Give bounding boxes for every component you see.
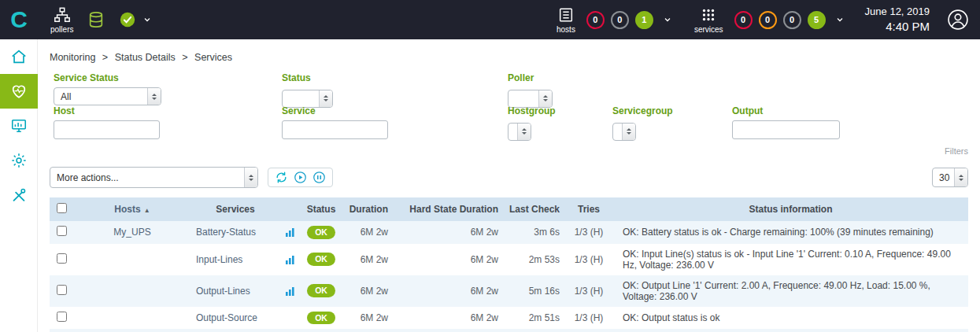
- host-input[interactable]: [54, 120, 160, 139]
- service-link[interactable]: Battery-Status: [191, 221, 279, 244]
- status-information-cell: OK: Input Line(s) status is ok - Input L…: [613, 244, 968, 275]
- centreon-logo-icon[interactable]: C: [0, 0, 38, 39]
- output-filter: Output: [732, 105, 840, 139]
- last-check-cell: 5m 16s: [503, 275, 564, 307]
- play-icon[interactable]: [294, 171, 307, 184]
- host-label: Host: [54, 105, 160, 116]
- services-unknown-counter[interactable]: 0: [783, 11, 801, 29]
- hosts-down-counter[interactable]: 0: [586, 11, 605, 29]
- hosts-up-counter[interactable]: 1: [635, 11, 653, 29]
- sidebar-item-reporting[interactable]: [0, 109, 38, 143]
- output-input[interactable]: [732, 120, 840, 139]
- col-status-information[interactable]: Status information: [613, 197, 968, 221]
- service-status-filter: Service Status All: [54, 72, 161, 105]
- services-menu[interactable]: services: [694, 6, 723, 34]
- chevron-down-icon[interactable]: [663, 15, 672, 24]
- hosts-unreachable-counter[interactable]: 0: [611, 11, 629, 29]
- col-status[interactable]: Status: [300, 197, 342, 221]
- host-filter: Host: [54, 105, 160, 139]
- servicegroup-select[interactable]: [612, 123, 636, 141]
- chevron-down-icon[interactable]: [142, 15, 152, 24]
- hosts-menu[interactable]: hosts: [557, 6, 575, 34]
- host-link: [73, 329, 191, 332]
- user-avatar-icon[interactable]: [947, 9, 969, 31]
- duration-cell: 6M 2w: [342, 307, 393, 330]
- more-actions-value: More actions...: [57, 172, 119, 183]
- breadcrumb-monitoring[interactable]: Monitoring: [50, 52, 95, 63]
- hard-state-duration-cell: 6M 2w: [393, 244, 503, 275]
- tries-cell: 1/3 (H): [564, 329, 613, 332]
- main-content: Monitoring > Status Details > Services S…: [38, 39, 980, 332]
- pollers-label: pollers: [50, 25, 73, 34]
- sidebar-item-administration[interactable]: [0, 178, 38, 212]
- breadcrumb-services[interactable]: Services: [194, 52, 232, 63]
- breadcrumb-status-details[interactable]: Status Details: [115, 52, 176, 63]
- service-link[interactable]: Output-Lines: [191, 275, 279, 307]
- col-hard-state-duration[interactable]: Hard State Duration: [393, 197, 503, 221]
- row-checkbox[interactable]: [57, 226, 67, 236]
- host-link: [73, 244, 191, 275]
- current-time: 4:40 PM: [865, 19, 930, 35]
- sort-asc-icon: ▲: [144, 207, 150, 214]
- service-filter: Service: [282, 105, 388, 139]
- status-information-cell: OK: Battery status is ok - Charge remain…: [613, 221, 968, 244]
- status-badge: OK: [307, 312, 335, 325]
- col-hosts[interactable]: Hosts▲: [73, 197, 191, 221]
- sidebar-item-configuration[interactable]: [0, 143, 38, 178]
- pollers-sitemap-icon: [54, 6, 71, 24]
- page-size-select[interactable]: 30: [932, 168, 968, 187]
- row-checkbox[interactable]: [57, 285, 67, 295]
- hosts-label: hosts: [557, 25, 575, 34]
- poller-ok-status[interactable]: [119, 11, 136, 28]
- chevron-down-icon[interactable]: [835, 15, 845, 24]
- database-icon: [87, 11, 105, 28]
- services-ok-counter[interactable]: 5: [808, 11, 826, 29]
- sidebar-item-home[interactable]: [0, 39, 38, 74]
- sidebar-item-monitoring[interactable]: [0, 74, 38, 109]
- service-link[interactable]: Output-Source: [191, 307, 279, 330]
- col-last-check[interactable]: Last Check: [503, 197, 564, 221]
- last-check-cell: 2m 51s: [503, 307, 564, 330]
- col-duration[interactable]: Duration: [342, 197, 393, 221]
- pause-icon[interactable]: [312, 171, 326, 184]
- filters-note: Filters: [945, 146, 968, 156]
- hostgroup-select[interactable]: [508, 123, 531, 141]
- services-warning-counter[interactable]: 0: [759, 11, 777, 29]
- select-stepper-icon: [319, 90, 332, 107]
- graph-icon[interactable]: [285, 255, 295, 265]
- database-status[interactable]: [87, 11, 105, 28]
- service-status-label: Service Status: [54, 72, 161, 83]
- service-link[interactable]: Input-Lines: [191, 244, 279, 275]
- hard-state-duration-cell: N/S: [393, 329, 503, 332]
- last-check-cell: 2m 53s: [503, 244, 564, 275]
- host-link[interactable]: My_UPS: [73, 221, 191, 244]
- select-stepper-icon: [538, 90, 552, 107]
- servicegroup-label: Servicegroup: [612, 105, 673, 116]
- row-checkbox[interactable]: [57, 312, 67, 322]
- refresh-icon[interactable]: [275, 171, 288, 184]
- pollers-menu[interactable]: pollers: [50, 6, 73, 34]
- filter-panel: Service Status All Status Poller: [50, 69, 968, 156]
- last-check-cell: 2m 41s: [503, 329, 564, 332]
- graph-icon[interactable]: [285, 286, 295, 297]
- service-input[interactable]: [282, 120, 388, 139]
- service-status-select[interactable]: All: [54, 87, 161, 105]
- service-status-value: All: [61, 91, 71, 102]
- col-tries[interactable]: Tries: [564, 197, 613, 221]
- hostgroup-label: Hostgroup: [508, 105, 556, 116]
- servicegroup-filter: Servicegroup: [612, 105, 673, 141]
- centreon-app: C pollers: [0, 0, 980, 332]
- service-link[interactable]: Ping: [191, 329, 279, 332]
- poller-filter: Poller: [508, 72, 553, 108]
- clock: June 12, 2019 4:40 PM: [865, 6, 930, 34]
- graph-icon[interactable]: [285, 227, 295, 238]
- col-services[interactable]: Services: [191, 197, 279, 221]
- row-checkbox[interactable]: [57, 253, 67, 264]
- tries-cell: 1/3 (H): [564, 307, 613, 330]
- services-critical-counter[interactable]: 0: [734, 11, 753, 29]
- current-date: June 12, 2019: [865, 6, 930, 19]
- more-actions-select[interactable]: More actions...: [50, 167, 258, 188]
- select-all-checkbox[interactable]: [57, 203, 67, 213]
- duration-cell: 6M 2w: [342, 275, 393, 307]
- gear-icon: [10, 152, 28, 169]
